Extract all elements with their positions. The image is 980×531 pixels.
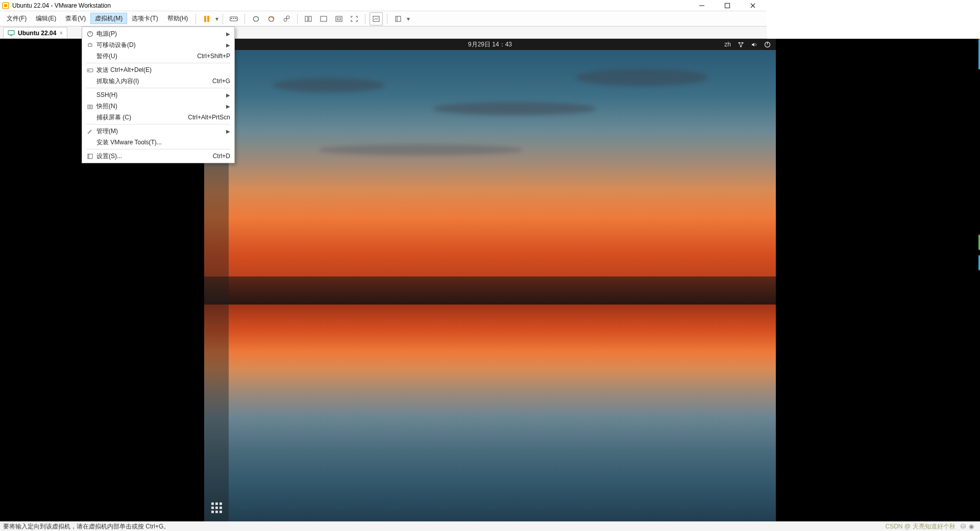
view-console-button[interactable]: [317, 12, 330, 26]
pause-button[interactable]: [200, 12, 213, 26]
tab-label: Ubuntu 22.04: [18, 30, 56, 37]
separator: [244, 14, 245, 24]
separator: [223, 14, 223, 24]
power-icon: [84, 31, 95, 37]
menu-item-label: 管理(M): [95, 127, 226, 136]
separator: [365, 14, 365, 24]
menu-item-label: 发送 Ctrl+Alt+Del(E): [95, 66, 230, 74]
menu-separator: [86, 63, 230, 63]
network-icon[interactable]: [737, 41, 744, 48]
menu-separator: [86, 149, 230, 149]
svg-rect-19: [321, 16, 327, 21]
menu-item[interactable]: 管理(M)▶: [82, 125, 234, 137]
menu-item-label: 电源(P): [95, 30, 226, 38]
menu-item[interactable]: 设置(S)...Ctrl+D: [82, 150, 234, 162]
snapshot-revert-button[interactable]: [264, 12, 278, 26]
submenu-arrow-icon: ▶: [226, 31, 230, 37]
menu-view[interactable]: 查看(V): [61, 13, 90, 24]
separator: [297, 14, 298, 24]
svg-rect-18: [309, 16, 311, 21]
send-icon: [84, 67, 95, 73]
preferences-button[interactable]: [391, 12, 405, 26]
menu-item[interactable]: 抓取输入内容(I)Ctrl+G: [82, 75, 234, 87]
svg-rect-17: [305, 16, 308, 21]
menu-file[interactable]: 文件(F): [2, 13, 31, 24]
tab-close-icon[interactable]: ×: [59, 30, 63, 37]
snapshot-manager-button[interactable]: [280, 12, 293, 26]
window-title: Ubuntu 22.04 - VMware Workstation: [12, 2, 111, 9]
ubuntu-topbar: 9月29日 14：43 zh: [204, 39, 767, 50]
menu-shortcut: Ctrl+Shift+P: [197, 53, 230, 60]
svg-rect-21: [337, 18, 340, 20]
menu-item[interactable]: 安装 VMware Tools(T)...: [82, 137, 234, 148]
svg-rect-20: [336, 16, 342, 21]
menu-item-label: 暂停(U): [95, 52, 197, 61]
svg-rect-7: [207, 16, 209, 22]
svg-line-16: [286, 18, 287, 19]
menu-item-label: 抓取输入内容(I): [95, 77, 212, 86]
separator: [195, 14, 196, 24]
unity-button[interactable]: [370, 12, 383, 26]
menu-help[interactable]: 帮助(H): [163, 13, 193, 24]
svg-rect-23: [396, 16, 401, 21]
svg-rect-3: [725, 3, 730, 8]
svg-rect-10: [233, 18, 234, 19]
menubar: 文件(F)编辑(E)查看(V)虚拟机(M)选项卡(T)帮助(H) ▾ ▾: [0, 11, 767, 27]
menu-item[interactable]: 可移动设备(D)▶: [82, 39, 234, 50]
menu-item[interactable]: 捕获屏幕 (C)Ctrl+Alt+PrtScn: [82, 112, 234, 123]
menu-shortcut: Ctrl+Alt+PrtScn: [188, 114, 230, 121]
send-cad-button[interactable]: [227, 12, 240, 26]
submenu-arrow-icon: ▶: [226, 92, 230, 98]
power-icon[interactable]: [764, 41, 767, 48]
svg-point-34: [89, 106, 91, 108]
menu-item[interactable]: 暂停(U)Ctrl+Shift+P: [82, 50, 234, 62]
separator: [387, 14, 387, 24]
menu-tabs[interactable]: 选项卡(T): [127, 13, 162, 24]
menu-item[interactable]: SSH(H)▶: [82, 89, 234, 100]
menu-item[interactable]: 快照(N)▶: [82, 100, 234, 112]
view-fullscreen-button[interactable]: [348, 12, 361, 26]
menu-item[interactable]: 电源(P)▶: [82, 28, 234, 39]
vm-tab[interactable]: Ubuntu 22.04 ×: [3, 27, 67, 38]
guest-display[interactable]: 9月29日 14：43 zh ?: [204, 39, 767, 415]
menu-item-label: 可移动设备(D): [95, 41, 226, 49]
view-fit-button[interactable]: [332, 12, 346, 26]
power-dropdown-arrow[interactable]: ▾: [214, 15, 219, 22]
svg-rect-32: [88, 70, 89, 71]
menu-shortcut: Ctrl+G: [212, 78, 230, 85]
svg-rect-9: [231, 18, 232, 19]
menu-edit[interactable]: 编辑(E): [31, 13, 61, 24]
volume-icon[interactable]: [750, 41, 757, 48]
svg-rect-1: [4, 4, 7, 7]
vmware-app-icon: [2, 2, 9, 9]
menu-item-label: 设置(S)...: [95, 152, 213, 161]
svg-rect-25: [8, 31, 14, 35]
snapshot-take-button[interactable]: [249, 12, 262, 26]
menu-separator: [86, 124, 230, 124]
menu-vm[interactable]: 虚拟机(M): [90, 13, 127, 24]
maximize-button[interactable]: [721, 0, 734, 11]
submenu-arrow-icon: ▶: [226, 104, 230, 109]
svg-point-40: [765, 42, 767, 47]
close-button[interactable]: [746, 0, 760, 11]
submenu-arrow-icon: ▶: [226, 42, 230, 48]
usb-icon: [84, 42, 95, 48]
snapshot-icon: [84, 103, 95, 110]
titlebar: Ubuntu 22.04 - VMware Workstation: [0, 0, 767, 11]
submenu-arrow-icon: ▶: [226, 129, 230, 134]
monitor-icon: [8, 30, 15, 37]
svg-rect-11: [235, 18, 236, 19]
ubuntu-input-indicator[interactable]: zh: [724, 41, 731, 48]
ubuntu-wallpaper: [204, 50, 767, 415]
svg-rect-29: [88, 44, 92, 46]
view-single-button[interactable]: [302, 12, 315, 26]
minimize-button[interactable]: [695, 0, 708, 11]
preferences-dropdown-arrow[interactable]: ▾: [406, 15, 411, 22]
menu-separator: [86, 88, 230, 88]
wrench-icon: [84, 128, 95, 135]
menu-item-label: SSH(H): [95, 91, 226, 98]
menu-item[interactable]: 发送 Ctrl+Alt+Del(E): [82, 64, 234, 75]
menu-item-label: 快照(N): [95, 102, 226, 111]
ubuntu-clock[interactable]: 9月29日 14：43: [468, 40, 512, 49]
vm-menu-dropdown: 电源(P)▶可移动设备(D)▶暂停(U)Ctrl+Shift+P发送 Ctrl+…: [82, 27, 235, 163]
